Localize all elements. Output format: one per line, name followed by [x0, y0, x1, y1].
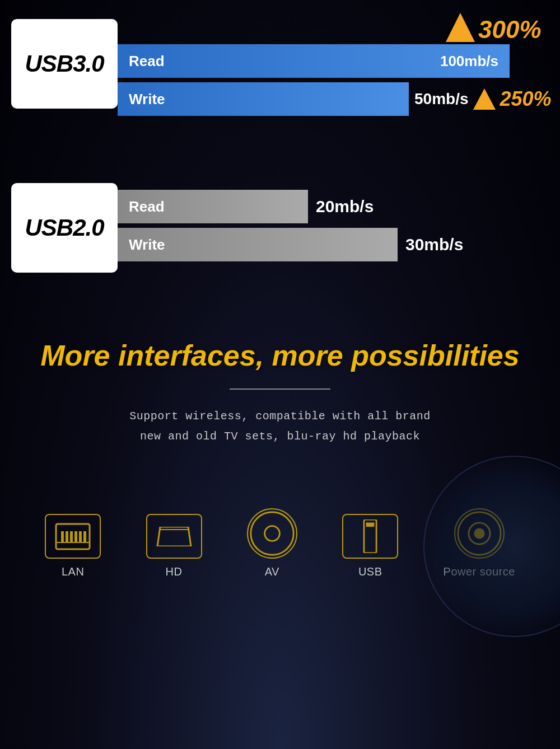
support-text: Support wireless, compatible with all br… [22, 406, 538, 447]
av-icon-svg [248, 508, 296, 559]
usb20-write-row: Write 30mb/s [118, 228, 549, 261]
usb30-read-percent: 300% [478, 17, 542, 42]
power-icon-box [454, 508, 505, 559]
usb20-read-row: Read 20mb/s [118, 190, 549, 223]
hd-icon-box [146, 514, 202, 559]
svg-point-10 [251, 512, 293, 555]
usb30-section: USB3.0 300% Read 100mb/s [0, 0, 560, 149]
lan-icon-svg [53, 521, 92, 552]
usb20-read-label: Read [129, 198, 174, 216]
usb20-row: USB2.0 Read 20mb/s Write 30mb/s [11, 183, 549, 273]
divider [230, 388, 330, 390]
icon-av: AV [247, 508, 297, 578]
usb30-write-bar: Write [118, 82, 409, 116]
usb20-section: USB2.0 Read 20mb/s Write 30mb/s [0, 149, 560, 306]
usb20-label: USB2.0 [11, 183, 118, 273]
hd-icon-svg [155, 527, 194, 546]
svg-point-11 [264, 526, 279, 541]
usb-icon-box [342, 514, 398, 559]
usb30-write-speed: 50mb/s [414, 90, 469, 108]
usb-label: USB [358, 565, 382, 578]
svg-point-15 [474, 528, 484, 539]
usb30-write-row: Write 50mb/s 250% [118, 82, 552, 116]
usb30-read-bar: Read 100mb/s [118, 44, 510, 78]
usb30-read-label: Read [129, 53, 174, 70]
av-label: AV [265, 565, 279, 578]
icon-usb: USB [342, 514, 398, 578]
more-title: More interfaces, more possibilities [22, 340, 538, 372]
power-icon-svg [455, 508, 503, 559]
svg-rect-1 [61, 531, 64, 542]
svg-rect-4 [74, 531, 77, 542]
icon-lan: LAN [45, 514, 101, 578]
svg-rect-2 [66, 531, 68, 542]
usb30-write-percent: 250% [500, 87, 552, 111]
av-icon-box [247, 508, 297, 559]
usb20-bars: Read 20mb/s Write 30mb/s [118, 190, 549, 266]
usb30-bars: 300% Read 100mb/s Write [118, 11, 552, 116]
svg-rect-3 [70, 531, 73, 542]
lan-label: LAN [62, 565, 84, 578]
svg-rect-5 [79, 531, 82, 542]
lan-icon-box [45, 514, 101, 559]
usb30-row: USB3.0 300% Read 100mb/s [11, 11, 549, 116]
page-wrapper: USB3.0 300% Read 100mb/s [0, 0, 560, 749]
svg-rect-6 [83, 531, 86, 542]
svg-rect-13 [366, 523, 375, 527]
icon-power: Power source [444, 508, 515, 578]
hd-label: HD [166, 565, 183, 578]
icons-section: LAN HD AV [0, 480, 560, 601]
usb20-read-speed: 20mb/s [316, 197, 374, 216]
usb20-write-bar: Write [118, 228, 398, 261]
usb20-write-speed: 30mb/s [405, 235, 463, 254]
usb-icon-svg [359, 519, 381, 553]
usb30-read-row: Read 100mb/s [118, 44, 552, 78]
power-label: Power source [444, 565, 515, 578]
usb30-write-label: Write [129, 91, 174, 108]
usb30-read-speed: 100mb/s [440, 53, 498, 70]
usb20-read-bar: Read [118, 190, 308, 223]
usb30-label: USB3.0 [11, 19, 118, 109]
usb20-write-label: Write [129, 236, 174, 254]
icon-hd: HD [146, 514, 202, 578]
more-interfaces-section: More interfaces, more possibilities Supp… [0, 306, 560, 469]
